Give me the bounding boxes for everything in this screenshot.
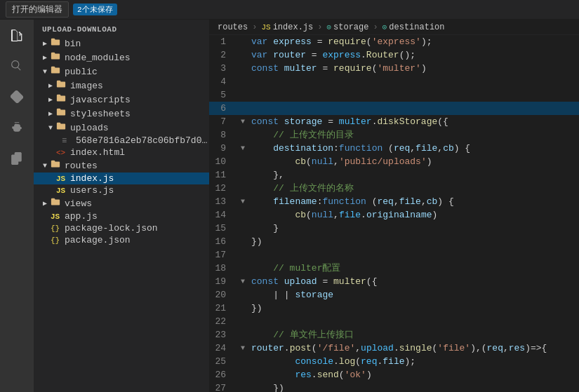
- code-line: 23 // 单文件上传接口: [209, 328, 579, 342]
- tree-arrow-images: ▶: [45, 81, 56, 90]
- sidebar-item-bin[interactable]: ▶bin: [34, 36, 209, 50]
- tree-icon-folder: [56, 121, 67, 134]
- tree-icon-js: JS: [56, 186, 67, 196]
- sidebar-item-public[interactable]: ▼public: [34, 65, 209, 79]
- line-content: filename:function (req,file,cb) {: [248, 195, 579, 208]
- breadcrumb-file[interactable]: JS index.js: [261, 22, 313, 32]
- open-editor-button[interactable]: 打开的编辑器: [6, 1, 69, 18]
- routes-label: routes: [218, 22, 248, 32]
- code-line: 19▼const upload = multer({: [209, 275, 579, 288]
- code-line: 20 | | storage: [209, 288, 579, 302]
- explorer-icon[interactable]: [7, 25, 27, 45]
- code-line: 25 console.log(req.file);: [209, 355, 579, 368]
- tree-icon-file: ≡: [62, 136, 73, 146]
- code-line: 10 cb(null,'public/uploads'): [209, 155, 579, 168]
- tree-arrow-uploads: ▼: [45, 124, 56, 132]
- line-content: // multer配置: [248, 262, 579, 275]
- code-line: 26 res.send('ok'): [209, 368, 579, 381]
- line-number: 18: [209, 262, 237, 275]
- tree-icon-folder: [56, 79, 67, 92]
- sidebar: UPLOAD-DOWNLOAD ▶bin▶node_modules▼public…: [34, 20, 209, 392]
- tree-icon-folder: [56, 107, 67, 120]
- line-number: 16: [209, 235, 237, 248]
- line-content: }): [248, 235, 579, 248]
- line-content: const upload = multer({: [248, 275, 579, 288]
- line-content: const storage = multer.diskStorage({: [248, 115, 579, 128]
- line-number: 9: [209, 142, 237, 155]
- tree-label-index_html: index.html: [70, 147, 125, 158]
- line-number: 10: [209, 155, 237, 168]
- code-line: 18 // multer配置: [209, 262, 579, 275]
- sidebar-item-package_lock[interactable]: {}package-lock.json: [34, 222, 209, 234]
- code-editor[interactable]: 1var express = require('express');2var r…: [209, 35, 579, 392]
- line-number: 8: [209, 128, 237, 142]
- tree-label-upload_file: 568e7816a2eb78c06bfb7d0191...: [76, 135, 209, 146]
- sidebar-item-index_js[interactable]: JSindex.js: [34, 173, 209, 184]
- sidebar-item-upload_file[interactable]: ≡568e7816a2eb78c06bfb7d0191...: [34, 135, 209, 147]
- line-number: 6: [209, 102, 237, 115]
- line-content: destination:function (req,file,cb) {: [248, 142, 579, 155]
- obj-icon-storage: ⊙: [326, 22, 331, 32]
- extensions-icon[interactable]: [7, 149, 27, 168]
- obj-icon-destination: ⊙: [382, 22, 387, 32]
- line-fold: ▼: [237, 142, 248, 155]
- tree-arrow-views: ▶: [39, 199, 51, 208]
- line-number: 7: [209, 115, 237, 128]
- tree-arrow-bin: ▶: [39, 39, 51, 48]
- tree-label-app_js: app.js: [65, 211, 98, 222]
- sidebar-item-node_modules[interactable]: ▶node_modules: [34, 50, 209, 65]
- sidebar-item-app_js[interactable]: JSapp.js: [34, 210, 209, 222]
- code-line: 9▼ destination:function (req,file,cb) {: [209, 142, 579, 155]
- code-line: 17: [209, 248, 579, 262]
- sidebar-item-package_json[interactable]: {}package.json: [34, 234, 209, 246]
- tree-icon-folder: [51, 51, 62, 64]
- line-number: 14: [209, 208, 237, 222]
- activity-bar: [0, 20, 34, 392]
- line-content: // 单文件上传接口: [248, 328, 579, 342]
- code-line: 21}): [209, 302, 579, 315]
- code-line: 13▼ filename:function (req,file,cb) {: [209, 195, 579, 208]
- line-content: cb(null,file.originalname): [248, 208, 579, 222]
- tree-label-bin: bin: [65, 39, 81, 49]
- line-number: 19: [209, 275, 237, 288]
- line-content: const multer = require('multer'): [248, 62, 579, 75]
- line-number: 17: [209, 248, 237, 262]
- line-number: 3: [209, 62, 237, 75]
- sidebar-item-routes[interactable]: ▼routes: [34, 158, 209, 173]
- tree-icon-html: <>: [56, 148, 67, 158]
- line-number: 12: [209, 182, 237, 195]
- tree-label-images: images: [70, 81, 103, 91]
- git-icon[interactable]: [7, 87, 27, 107]
- line-number: 27: [209, 381, 237, 392]
- editor-area: routes › JS index.js › ⊙ storage › ⊙ des…: [209, 20, 579, 392]
- sidebar-item-stylesheets[interactable]: ▶stylesheets: [34, 107, 209, 121]
- tree-icon-json: {}: [51, 224, 62, 234]
- tree-icon-js: JS: [51, 212, 62, 222]
- line-number: 2: [209, 48, 237, 62]
- line-content: }): [248, 302, 579, 315]
- code-line: 1var express = require('express');: [209, 35, 579, 48]
- code-line: 6: [209, 102, 579, 115]
- line-number: 23: [209, 328, 237, 342]
- sidebar-item-javascripts[interactable]: ▶javascripts: [34, 93, 209, 107]
- code-line: 3const multer = require('multer'): [209, 62, 579, 75]
- line-number: 5: [209, 88, 237, 102]
- sidebar-item-users_js[interactable]: JSusers.js: [34, 184, 209, 196]
- line-content: var router = express.Router();: [248, 48, 579, 62]
- code-line: 11 },: [209, 168, 579, 182]
- sidebar-item-uploads[interactable]: ▼uploads: [34, 121, 209, 135]
- search-icon[interactable]: [7, 56, 27, 76]
- code-line: 5: [209, 88, 579, 102]
- tree-label-users_js: users.js: [70, 185, 114, 196]
- line-content: console.log(req.file);: [248, 355, 579, 368]
- sidebar-item-views[interactable]: ▶views: [34, 196, 209, 210]
- breadcrumb-routes[interactable]: routes: [218, 22, 248, 32]
- debug-icon[interactable]: [7, 118, 27, 137]
- breadcrumb-destination[interactable]: ⊙ destination: [382, 22, 445, 32]
- line-number: 13: [209, 195, 237, 208]
- top-bar: 打开的编辑器 2个未保存: [0, 0, 579, 20]
- breadcrumb-storage[interactable]: ⊙ storage: [326, 22, 368, 32]
- sidebar-item-index_html[interactable]: <>index.html: [34, 147, 209, 158]
- tree-icon-json: {}: [51, 236, 62, 245]
- sidebar-item-images[interactable]: ▶images: [34, 79, 209, 93]
